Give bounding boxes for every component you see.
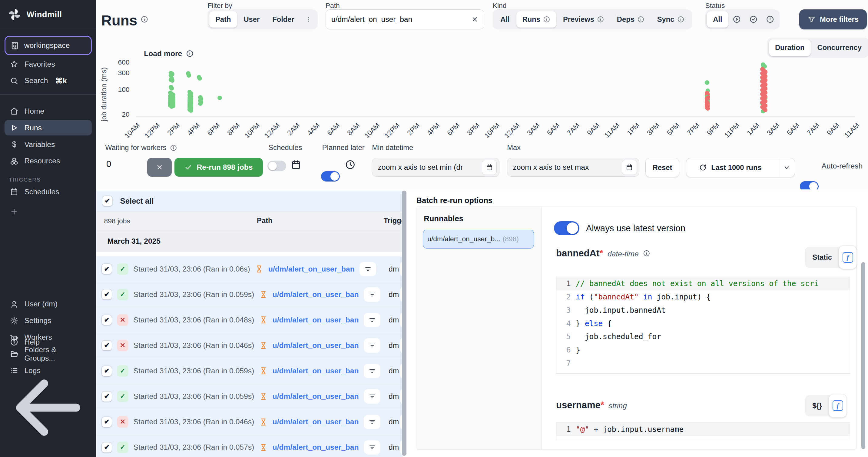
min-datetime-input[interactable]	[378, 163, 478, 172]
path-filter-input[interactable]	[331, 15, 467, 24]
kind-label: Kind	[493, 1, 507, 10]
template-mode-button[interactable]: ${}	[812, 402, 822, 410]
row-started-text: Started 31/03, 23:06 (Ran in 0.057s)	[133, 443, 254, 452]
workspace-switcher[interactable]: workingspace	[4, 36, 92, 55]
username-function-button[interactable]: f	[829, 394, 847, 418]
table-row[interactable]: ✔✕Started 31/03, 23:06 (Ran in 0.048s)u/…	[96, 307, 403, 333]
row-checkbox[interactable]: ✔	[102, 315, 112, 325]
cancel-selection-button[interactable]	[147, 158, 172, 177]
row-path-link[interactable]: u/dm/alert_on_user_ban	[273, 418, 359, 426]
min-calendar-button[interactable]	[482, 160, 497, 175]
table-row[interactable]: ✔✓Started 31/03, 23:06 (Ran in 0.059s)u/…	[96, 282, 403, 307]
column-path: Path	[257, 217, 272, 225]
row-checkbox[interactable]: ✔	[102, 366, 112, 376]
sidebar-item-favorites[interactable]: Favorites	[4, 56, 92, 72]
sidebar-item-help[interactable]: Help	[4, 334, 92, 350]
rerun-jobs-button[interactable]: Re-run 898 jobs	[175, 158, 263, 177]
static-mode-button[interactable]: Static	[812, 253, 832, 261]
hourglass-icon	[259, 316, 268, 324]
row-filter-button[interactable]	[364, 415, 380, 429]
status-badge-success: ✓	[117, 441, 128, 453]
field-info-icon[interactable]	[643, 250, 650, 257]
table-row[interactable]: ✔✓Started 31/03, 23:06 (Ran in 0.057s)u/…	[96, 435, 403, 457]
filter-by-option-path[interactable]: Path	[209, 11, 237, 28]
collapse-sidebar-icon[interactable]	[0, 360, 96, 456]
sidebar-item-runs[interactable]: Runs	[4, 120, 92, 136]
username-code-editor[interactable]: 1"@" + job.input.username	[556, 423, 850, 441]
status-option-running[interactable]	[729, 11, 745, 28]
runs-info-icon[interactable]	[141, 16, 148, 23]
table-row[interactable]: ✔✕Started 31/03, 23:06 (Ran in 0.046s)u/…	[96, 409, 403, 435]
kind-option-sync[interactable]: Sync	[651, 11, 690, 28]
kind-option-deps[interactable]: Deps	[611, 11, 651, 28]
chevron-down-icon	[783, 164, 790, 171]
row-filter-button[interactable]	[364, 313, 380, 327]
row-path-link[interactable]: u/dm/alert_on_user_ban	[273, 443, 359, 452]
schedules-toggle[interactable]	[268, 161, 286, 171]
max-calendar-button[interactable]	[622, 160, 637, 175]
status-option-failure[interactable]	[762, 11, 778, 28]
schedules-toggle-label: Schedules	[268, 143, 302, 152]
planned-clock-icon[interactable]	[345, 160, 355, 170]
row-filter-button[interactable]	[360, 262, 376, 276]
status-option-success[interactable]	[745, 11, 762, 28]
planned-later-toggle[interactable]	[321, 171, 340, 182]
row-path-link[interactable]: u/dm/alert_on_user_ban	[273, 367, 359, 375]
clear-path-icon[interactable]	[471, 16, 478, 23]
table-row[interactable]: ✔✓Started 31/03, 23:06 (Ran in 0.059s)u/…	[96, 384, 403, 409]
panel-scrollbar[interactable]	[861, 262, 865, 450]
row-filter-button[interactable]	[364, 338, 380, 353]
waiting-workers-label: Waiting for workers	[105, 143, 177, 152]
panel-title: Batch re-run options	[416, 196, 492, 205]
sidebar-item-variables[interactable]: Variables	[4, 137, 92, 152]
x-tick-label: 3AM	[765, 121, 781, 137]
status-option-all[interactable]: All	[707, 11, 728, 28]
sidebar-item-search[interactable]: Search⌘k	[4, 73, 92, 88]
row-checkbox[interactable]: ✔	[102, 442, 112, 453]
row-path-link[interactable]: u/dm/alert_on_user_ban	[273, 316, 359, 324]
add-trigger-button[interactable]	[4, 204, 92, 220]
kind-option-all[interactable]: All	[494, 11, 516, 28]
row-path-link[interactable]: u/dm/alert_on_user_ban	[273, 392, 359, 401]
row-path-link[interactable]: u/dm/alert_on_user_ban	[273, 290, 359, 299]
filter-by-option-folder[interactable]: Folder	[266, 11, 301, 28]
row-checkbox[interactable]: ✔	[102, 341, 112, 351]
row-path-link[interactable]: u/dm/alert_on_user_ban	[268, 265, 355, 273]
sidebar-item-resources[interactable]: Resources	[4, 153, 92, 169]
filter-by-option-user[interactable]: User	[238, 11, 266, 28]
filter-lines-icon	[369, 393, 376, 400]
row-filter-button[interactable]	[364, 389, 380, 404]
row-checkbox[interactable]: ✔	[102, 289, 112, 299]
sidebar-item-home[interactable]: Home	[4, 103, 92, 119]
table-row[interactable]: ✔✓Started 31/03, 23:06 (Ran in 0.059s)u/…	[96, 359, 403, 384]
kind-option-runs[interactable]: Runs	[516, 11, 556, 28]
scatter-plot[interactable]	[136, 49, 855, 118]
filter-by-more-button[interactable]	[301, 11, 316, 28]
row-checkbox[interactable]: ✔	[102, 417, 112, 427]
select-all-checkbox[interactable]: ✔	[102, 196, 112, 206]
table-scrollbar[interactable]	[402, 191, 406, 456]
kind-option-previews[interactable]: Previews	[557, 11, 610, 28]
runnable-item[interactable]: u/dm/alert_on_user_b... (898)	[423, 230, 534, 249]
row-checkbox[interactable]: ✔	[102, 392, 112, 402]
row-path-link[interactable]: u/dm/alert_on_user_ban	[273, 341, 359, 350]
home-icon	[10, 107, 18, 115]
table-row[interactable]: ✔✕Started 31/03, 23:06 (Ran in 0.046s)u/…	[96, 333, 403, 358]
bannedat-code-editor[interactable]: 1// bannedAt does not exist on all versi…	[556, 277, 850, 374]
max-datetime-input[interactable]	[513, 163, 619, 172]
sidebar-item-schedules[interactable]: Schedules	[4, 184, 92, 199]
row-filter-button[interactable]	[364, 364, 380, 378]
last-runs-button[interactable]: Last 1000 runs	[686, 158, 795, 177]
row-filter-button[interactable]	[364, 287, 380, 302]
latest-version-toggle[interactable]	[554, 221, 579, 235]
sidebar-item-settings[interactable]: Settings	[4, 313, 92, 329]
reset-button[interactable]: Reset	[645, 158, 679, 177]
schedules-calendar-icon[interactable]	[291, 160, 301, 170]
last-runs-dropdown[interactable]	[779, 158, 795, 177]
table-row[interactable]: ✔✓Started 31/03, 23:06 (Ran in 0.06s)u/d…	[96, 256, 403, 282]
bannedat-function-button[interactable]: f	[839, 246, 857, 269]
more-filters-button[interactable]: More filters	[799, 9, 867, 29]
row-filter-button[interactable]	[364, 440, 380, 455]
row-checkbox[interactable]: ✔	[102, 264, 112, 274]
sidebar-item-user-dm-[interactable]: User (dm)	[4, 296, 92, 312]
